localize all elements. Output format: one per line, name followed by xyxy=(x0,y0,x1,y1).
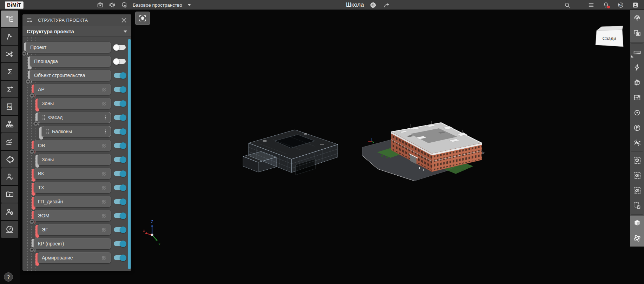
expander-icon[interactable] xyxy=(29,219,35,225)
tree-item[interactable]: Армирование xyxy=(38,252,111,263)
view-cube[interactable]: Сзади xyxy=(592,25,626,49)
visibility-toggle[interactable] xyxy=(114,101,126,106)
visibility-toggle[interactable] xyxy=(114,129,126,134)
expander-icon[interactable] xyxy=(29,247,35,253)
visibility-toggle[interactable] xyxy=(114,115,126,120)
team-button[interactable] xyxy=(107,1,117,9)
visibility-toggle[interactable] xyxy=(114,185,126,190)
visibility-toggle[interactable] xyxy=(114,171,126,176)
tool-user-check-button[interactable] xyxy=(1,168,18,185)
tool-sum-button[interactable] xyxy=(1,63,18,80)
visibility-toggle[interactable] xyxy=(114,143,126,148)
expander-icon[interactable] xyxy=(33,121,39,127)
drag-handle-icon[interactable] xyxy=(46,129,50,135)
tree-item[interactable]: Площадка xyxy=(30,56,111,67)
tree-row: Зоны xyxy=(38,98,131,109)
fit-view-button[interactable] xyxy=(135,12,150,25)
shield-clock-button[interactable] xyxy=(119,1,129,9)
expander-icon[interactable] xyxy=(29,149,35,155)
wireframe-building-model[interactable] xyxy=(242,123,344,188)
expander-icon[interactable] xyxy=(29,93,35,99)
kebab-menu-icon[interactable] xyxy=(103,128,108,135)
tool-project-structure-button[interactable] xyxy=(1,11,18,27)
tree-item[interactable]: КР (проект) xyxy=(34,238,111,249)
expander-icon[interactable] xyxy=(22,50,27,56)
tool-object-selection-button[interactable] xyxy=(630,26,644,41)
tree-item[interactable]: Зоны xyxy=(38,98,111,109)
visibility-toggle[interactable] xyxy=(114,73,126,78)
tool-hide-eye-button[interactable] xyxy=(630,183,644,198)
tool-section-box-button[interactable] xyxy=(630,75,644,90)
visibility-toggle[interactable] xyxy=(114,157,126,162)
tool-folder-import-button[interactable] xyxy=(1,186,18,203)
brick-building-model[interactable] xyxy=(357,111,498,191)
tool-org-chart-button[interactable] xyxy=(1,116,18,133)
tool-clash-detection-button[interactable] xyxy=(1,46,18,62)
view-cube-label: Сзади xyxy=(603,36,616,41)
tree-item[interactable]: ТХ xyxy=(34,182,111,193)
close-icon[interactable] xyxy=(120,16,128,24)
panel-scrollbar[interactable] xyxy=(128,39,131,269)
visibility-toggle[interactable] xyxy=(114,199,126,204)
tool-gauge-button[interactable] xyxy=(1,221,18,238)
expander-icon[interactable] xyxy=(25,79,31,84)
panel-menu-icon[interactable] xyxy=(26,16,34,24)
help-button[interactable]: ? xyxy=(4,272,13,282)
tool-tree-vegetation-button[interactable] xyxy=(630,11,644,26)
tree-item-label: Объект строительства xyxy=(34,73,108,78)
tool-user-location-button[interactable] xyxy=(1,203,18,220)
tool-orbit-button[interactable] xyxy=(630,231,644,246)
tool-floorplan-button[interactable] xyxy=(630,90,644,105)
tool-sum-plus-button[interactable] xyxy=(1,81,18,97)
tree-item[interactable]: ВК xyxy=(34,168,111,179)
tool-node-path-button[interactable] xyxy=(1,28,18,45)
divider xyxy=(631,151,643,152)
visibility-toggle[interactable] xyxy=(114,255,126,260)
tool-measure-ruler-button[interactable] xyxy=(630,45,644,60)
tool-focus-target-button[interactable] xyxy=(630,105,644,120)
tree-item[interactable]: ОВ xyxy=(34,140,111,151)
tool-lightning-button[interactable] xyxy=(630,60,644,75)
tool-shaded-cube-button[interactable] xyxy=(630,216,644,231)
visibility-toggle[interactable] xyxy=(114,227,126,232)
tool-grids-axes-button[interactable] xyxy=(630,135,644,150)
drag-handle-icon[interactable] xyxy=(42,115,46,121)
workspace-selector[interactable]: Базовое пространство xyxy=(133,0,191,10)
tool-sheet-2d-button[interactable]: 2D xyxy=(1,98,18,115)
visibility-toggle[interactable] xyxy=(114,241,126,246)
visibility-toggle[interactable] xyxy=(114,59,126,64)
tree-item[interactable]: Объект строительства xyxy=(30,70,111,81)
notifications-bell-button[interactable] xyxy=(601,1,610,9)
search-button[interactable] xyxy=(563,1,572,9)
kebab-menu-icon[interactable] xyxy=(103,114,108,121)
title-group: Школа xyxy=(346,0,392,10)
tree-item[interactable]: ЭГ xyxy=(38,224,111,235)
tree-item[interactable]: Зоны xyxy=(38,154,111,165)
tool-isolate-selection-button[interactable] xyxy=(630,153,644,168)
project-structure-panel: СТРУКТУРА ПРОЕКТА Структура проекта Прое… xyxy=(22,14,131,271)
visibility-toggle[interactable] xyxy=(114,45,126,50)
settings-gear-button[interactable] xyxy=(369,1,378,9)
visibility-toggle[interactable] xyxy=(114,213,126,218)
tree-item[interactable]: Фасад xyxy=(38,112,111,123)
structure-view-selector[interactable]: Структура проекта xyxy=(22,26,131,37)
account-button[interactable] xyxy=(631,1,640,9)
tool-plugins-puzzle-button[interactable] xyxy=(1,151,18,168)
list-button[interactable] xyxy=(586,1,596,9)
tree-item[interactable]: Балконы xyxy=(41,126,111,137)
share-button[interactable] xyxy=(382,1,392,9)
tree-item[interactable]: ГП_дизайн xyxy=(34,196,111,207)
tool-area-flag-button[interactable] xyxy=(630,120,644,135)
tree-item[interactable]: Проект xyxy=(26,42,111,53)
tree-item-label: Балконы xyxy=(52,129,103,134)
tool-charts-button[interactable] xyxy=(1,133,18,150)
history-back-button[interactable]: 10 xyxy=(616,1,625,9)
tree-item[interactable]: АР xyxy=(34,84,111,95)
federated-model-icon xyxy=(101,143,107,149)
tool-show-eye-button[interactable] xyxy=(630,168,644,183)
tree-item[interactable]: ЭОМ xyxy=(34,210,111,221)
tool-clear-selection-button[interactable] xyxy=(630,198,644,213)
visibility-toggle[interactable] xyxy=(114,87,126,92)
briefcase-button[interactable] xyxy=(96,1,105,9)
tree-item-label: Проект xyxy=(30,45,108,50)
